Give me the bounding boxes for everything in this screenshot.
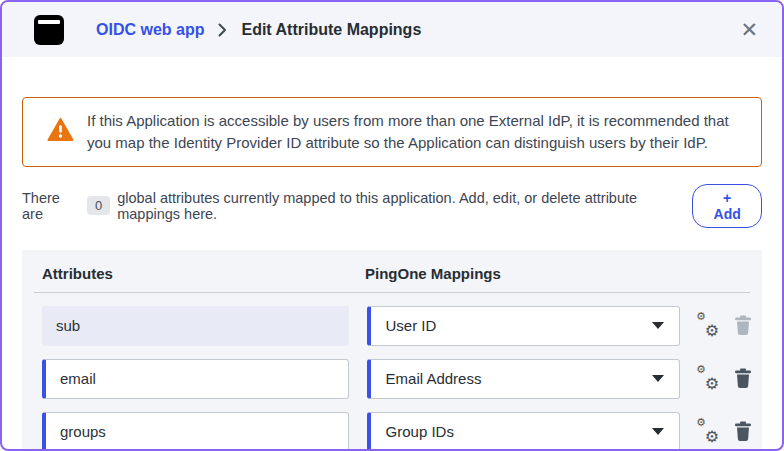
column-header-attributes: Attributes: [32, 265, 365, 282]
warning-text: If this Application is accessible by use…: [87, 110, 743, 154]
summary-prefix: There are: [22, 190, 80, 222]
chevron-down-icon: [652, 375, 664, 382]
table-row: User ID ⚙ ⚙: [32, 306, 752, 346]
attribute-input-sub[interactable]: [42, 306, 349, 346]
mapping-selected-value: Email Address: [386, 370, 482, 387]
edit-attribute-mappings-dialog: OIDC web app Edit Attribute Mappings ✕ I…: [0, 0, 784, 451]
summary-suffix: global attributes currently mapped to th…: [117, 190, 692, 222]
mapping-select-group-ids[interactable]: Group IDs: [367, 412, 680, 451]
mapping-select-user-id[interactable]: User ID: [367, 306, 681, 346]
page-title: Edit Attribute Mappings: [241, 21, 421, 39]
column-header-pingone-mappings: PingOne Mappings: [365, 265, 501, 282]
chevron-down-icon: [652, 322, 664, 329]
table-row: Email Address ⚙ ⚙: [32, 359, 752, 399]
header-divider: [34, 292, 750, 293]
summary-row: There are 0 global attributes currently …: [22, 184, 762, 228]
warning-banner: If this Application is accessible by use…: [22, 97, 762, 167]
dialog-content: If this Application is accessible by use…: [2, 97, 782, 451]
dialog-header: OIDC web app Edit Attribute Mappings ✕: [2, 2, 782, 57]
advanced-settings-gears-icon[interactable]: ⚙ ⚙: [696, 313, 722, 339]
chevron-down-icon: [652, 428, 664, 435]
delete-trash-icon[interactable]: [734, 421, 752, 442]
close-icon[interactable]: ✕: [736, 15, 762, 44]
mapping-selected-value: User ID: [386, 317, 437, 334]
breadcrumb-app-link[interactable]: OIDC web app: [96, 21, 204, 39]
advanced-settings-gears-icon[interactable]: ⚙ ⚙: [696, 419, 722, 445]
table-row: Group IDs ⚙ ⚙: [32, 412, 752, 451]
mapping-select-email-address[interactable]: Email Address: [367, 359, 680, 399]
advanced-settings-gears-icon[interactable]: ⚙ ⚙: [696, 366, 722, 392]
attribute-input-email[interactable]: [42, 359, 349, 399]
attribute-input-groups[interactable]: [42, 412, 349, 451]
table-header-row: Attributes PingOne Mappings: [32, 265, 752, 292]
chevron-right-icon: [218, 23, 227, 37]
mapping-selected-value: Group IDs: [386, 423, 454, 440]
add-button[interactable]: + Add: [692, 184, 762, 228]
mapped-count-badge: 0: [87, 196, 110, 215]
delete-trash-icon: [734, 315, 752, 336]
delete-trash-icon[interactable]: [734, 368, 752, 389]
mappings-table: Attributes PingOne Mappings User ID ⚙ ⚙: [22, 250, 762, 451]
warning-triangle-icon: [47, 117, 74, 146]
application-icon: [34, 15, 64, 45]
